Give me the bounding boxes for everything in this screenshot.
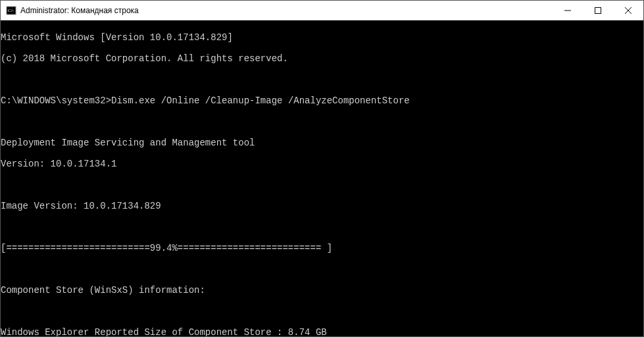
terminal-output[interactable]: Microsoft Windows [Version 10.0.17134.82… xyxy=(1,20,643,336)
prompt-path: C:\WINDOWS\system32> xyxy=(1,95,111,106)
maximize-button[interactable] xyxy=(583,1,613,20)
close-button[interactable] xyxy=(613,1,643,20)
blank-line xyxy=(1,74,643,85)
titlebar[interactable]: C:\ Administrator: Командная строка xyxy=(1,1,643,20)
dism-title: Deployment Image Servicing and Managemen… xyxy=(1,138,643,148)
cmd-icon: C:\ xyxy=(6,5,16,16)
reported-size: Windows Explorer Reported Size of Compon… xyxy=(1,327,643,336)
blank-line xyxy=(1,306,643,317)
minimize-button[interactable] xyxy=(553,1,583,20)
winsxs-header: Component Store (WinSxS) information: xyxy=(1,285,643,296)
progress-bar: [==========================99.4%========… xyxy=(1,243,643,253)
command-text: Dism.exe /Online /Cleanup-Image /Analyze… xyxy=(111,95,410,106)
copyright-line: (c) 2018 Microsoft Corporation. All righ… xyxy=(1,53,643,64)
command-prompt-window: C:\ Administrator: Командная строка Micr… xyxy=(0,0,644,337)
blank-line xyxy=(1,264,643,274)
blank-line xyxy=(1,222,643,232)
blank-line xyxy=(1,117,643,127)
svg-rect-3 xyxy=(595,7,601,13)
window-title: Administrator: Командная строка xyxy=(20,6,553,15)
os-version-line: Microsoft Windows [Version 10.0.17134.82… xyxy=(1,32,643,43)
dism-version: Version: 10.0.17134.1 xyxy=(1,159,643,169)
blank-line xyxy=(1,180,643,190)
window-controls xyxy=(553,1,643,20)
image-version: Image Version: 10.0.17134.829 xyxy=(1,201,643,211)
svg-text:C:\: C:\ xyxy=(8,8,14,13)
prompt-line-1: C:\WINDOWS\system32>Dism.exe /Online /Cl… xyxy=(1,95,643,106)
